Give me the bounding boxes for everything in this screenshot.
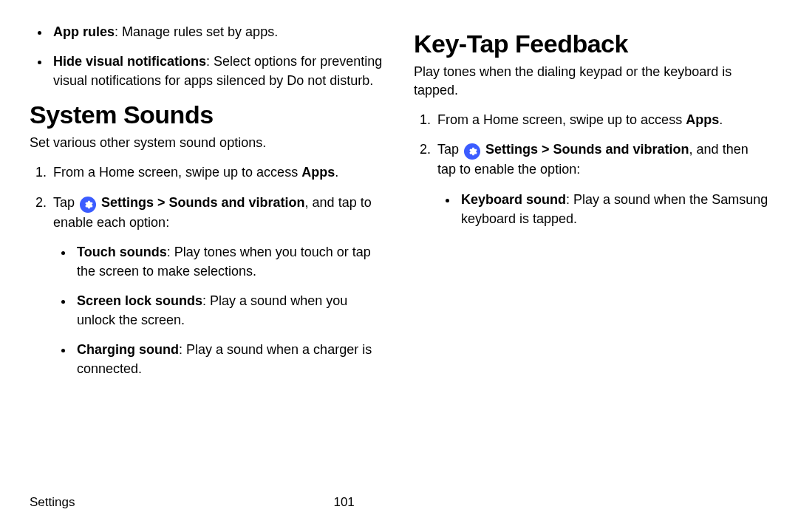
settings-gear-icon [80,197,96,213]
bullet-label: Charging sound [77,342,179,357]
footer-section: Settings [30,495,75,510]
section-intro: Set various other system sound options. [30,134,384,152]
steps-list: From a Home screen, swipe up to access A… [414,110,768,228]
steps-list: From a Home screen, swipe up to access A… [30,163,384,378]
list-item: Tap Settings > Sounds and vibration, and… [434,140,768,228]
sub-bullet-list: Touch sounds: Play tones when you touch … [53,242,384,379]
list-item: Keyboard sound: Play a sound when the Sa… [458,190,768,228]
bullet-label: Touch sounds [77,245,167,259]
step-bold: Apps [301,165,335,180]
step-text: . [719,112,723,127]
bullet-text: : Manage rules set by apps. [115,24,278,39]
step-text: . [335,165,338,180]
list-item: App rules: Manage rules set by apps. [50,22,384,41]
section-heading: System Sounds [30,100,384,129]
step-text: Tap [53,195,78,210]
step-bold: Settings [101,195,154,210]
sub-bullet-list: Keyboard sound: Play a sound when the Sa… [437,190,768,228]
bullet-label: Hide visual notifications [53,54,206,69]
left-column: App rules: Manage rules set by apps. Hid… [30,22,384,389]
bullet-label: Screen lock sounds [77,293,202,308]
step-bold: Sounds and vibration [169,195,305,210]
list-item: From a Home screen, swipe up to access A… [50,163,384,182]
right-column: Key-Tap Feedback Play tones when the dia… [414,22,768,389]
step-bold: > [538,142,553,157]
page-footer: Settings 101 [30,495,768,510]
list-item: Hide visual notifications: Select option… [50,52,384,90]
top-bullet-list: App rules: Manage rules set by apps. Hid… [30,22,384,90]
bullet-label: Keyboard sound [461,192,566,207]
list-item: Screen lock sounds: Play a sound when yo… [74,291,384,330]
list-item: Tap Settings > Sounds and vibration, and… [50,193,384,379]
page-number: 101 [333,495,354,510]
bullet-label: App rules [53,24,115,39]
step-bold: Apps [686,112,719,127]
list-item: Touch sounds: Play tones when you touch … [74,242,384,281]
step-text: From a Home screen, swipe up to access [53,165,301,180]
step-bold: > [154,195,169,210]
list-item: From a Home screen, swipe up to access A… [434,110,768,129]
step-text: From a Home screen, swipe up to access [437,112,686,127]
step-bold: Sounds and vibration [553,142,689,157]
settings-gear-icon [464,143,480,160]
step-text: Tap [437,142,463,157]
section-intro: Play tones when the dialing keypad or th… [414,63,768,100]
list-item: Charging sound: Play a sound when a char… [74,340,384,378]
step-bold: Settings [485,142,538,157]
section-heading: Key-Tap Feedback [414,30,768,58]
